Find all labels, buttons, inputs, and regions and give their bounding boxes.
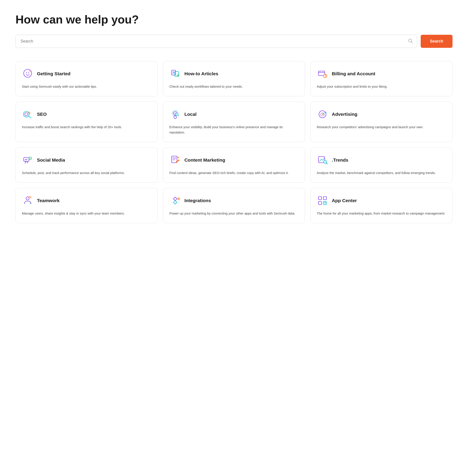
content-marketing-icon [169, 154, 181, 166]
card-teamwork[interactable]: Teamwork Manage users, share insights & … [15, 188, 158, 223]
card-title-app-center: App Center [332, 198, 357, 203]
card-title-advertising: Advertising [332, 112, 357, 117]
integrations-icon [169, 195, 181, 206]
card-title-teamwork: Teamwork [37, 198, 59, 203]
svg-point-29 [26, 197, 29, 200]
card-title-content-marketing: Content Marketing [184, 157, 225, 163]
card-description-seo: Increase traffic and boost search rankin… [22, 124, 151, 129]
card-header-teamwork: Teamwork [22, 195, 151, 206]
card-title-trends: .Trends [332, 157, 348, 163]
local-icon [169, 108, 181, 120]
card-title-billing-and-account: Billing and Account [332, 71, 375, 76]
card-integrations[interactable]: Integrations Power up your marketing by … [163, 188, 305, 223]
card-description-how-to-articles: Check out ready workflows tailored to yo… [169, 84, 299, 89]
card-header-how-to-articles: How-to Articles [169, 68, 299, 79]
card-header-billing-and-account: Billing and Account [317, 68, 446, 79]
svg-point-28 [324, 161, 326, 163]
card-description-teamwork: Manage users, share insights & stay in s… [22, 211, 151, 216]
advertising-icon [317, 108, 328, 120]
card-description-content-marketing: Find content ideas, generate SEO-rich br… [169, 170, 299, 175]
card-description-social-media: Schedule, post, and track performance ac… [22, 170, 151, 175]
svg-point-30 [30, 197, 31, 198]
card-description-local: Enhance your visibility. Build your busi… [169, 124, 299, 135]
seo-icon [22, 108, 33, 120]
card-local[interactable]: Local Enhance your visibility. Build you… [163, 102, 305, 142]
card-description-getting-started: Start using Semrush easily with our acti… [22, 84, 151, 89]
card-title-how-to-articles: How-to Articles [184, 71, 218, 76]
card-header-content-marketing: Content Marketing [169, 154, 299, 166]
svg-rect-34 [319, 201, 322, 205]
search-input[interactable] [16, 35, 417, 48]
card-how-to-articles[interactable]: How-to Articles Check out ready workflow… [163, 61, 305, 96]
card-app-center[interactable]: App Center The home for all your marketi… [310, 188, 453, 223]
svg-line-1 [411, 42, 412, 43]
card-seo[interactable]: SEO Increase traffic and boost search ra… [15, 102, 158, 142]
card-getting-started[interactable]: Getting Started Start using Semrush easi… [15, 61, 158, 96]
card-advertising[interactable]: Advertising Research your competitors' a… [310, 102, 453, 142]
card-title-local: Local [184, 112, 197, 117]
search-icon [408, 38, 413, 44]
svg-line-19 [178, 115, 179, 116]
svg-rect-32 [319, 197, 322, 200]
svg-point-5 [30, 71, 31, 72]
card-content-marketing[interactable]: Content Marketing Find content ideas, ge… [163, 147, 305, 183]
card-description-app-center: The home for all your marketing apps, fr… [317, 211, 446, 216]
svg-point-4 [28, 72, 29, 73]
svg-point-16 [175, 113, 176, 114]
card-header-social-media: Social Media [22, 154, 151, 166]
svg-rect-33 [323, 197, 326, 200]
card-social-media[interactable]: Social Media Schedule, post, and track p… [15, 147, 158, 183]
svg-point-3 [26, 72, 27, 73]
trends-icon [317, 154, 328, 166]
card-title-social-media: Social Media [37, 157, 65, 163]
getting-started-icon [22, 68, 33, 79]
card-title-seo: SEO [37, 112, 47, 117]
svg-line-27 [326, 163, 327, 164]
card-header-getting-started: Getting Started [22, 68, 151, 79]
social-media-icon [22, 154, 33, 166]
svg-point-13 [25, 113, 28, 116]
how-to-articles-icon [169, 68, 181, 79]
svg-point-11 [325, 74, 326, 76]
card-trends[interactable]: .Trends Analyze the market, benchmark ag… [310, 147, 453, 183]
card-header-advertising: Advertising [317, 108, 446, 120]
page-title: How can we help you? [15, 13, 453, 26]
search-bar: Search [15, 35, 453, 48]
billing-account-icon [317, 68, 328, 79]
card-title-integrations: Integrations [184, 198, 211, 203]
card-header-integrations: Integrations [169, 195, 299, 206]
card-header-app-center: App Center [317, 195, 446, 206]
card-description-trends: Analyze the market, benchmark against co… [317, 170, 446, 175]
card-header-seo: SEO [22, 108, 151, 120]
teamwork-icon [22, 195, 33, 206]
card-header-trends: .Trends [317, 154, 446, 166]
card-description-billing-and-account: Adjust your subscription and limits to y… [317, 84, 446, 89]
card-billing-and-account[interactable]: Billing and Account Adjust your subscrip… [310, 61, 453, 96]
card-title-getting-started: Getting Started [37, 71, 71, 76]
card-description-integrations: Power up your marketing by connecting yo… [169, 211, 299, 216]
app-center-icon [317, 195, 328, 206]
search-button[interactable]: Search [421, 35, 453, 48]
card-description-advertising: Research your competitors' advertising c… [317, 124, 446, 129]
cards-grid: Getting Started Start using Semrush easi… [15, 61, 453, 223]
search-input-wrapper [15, 35, 417, 48]
card-header-local: Local [169, 108, 299, 120]
svg-line-14 [29, 116, 31, 118]
